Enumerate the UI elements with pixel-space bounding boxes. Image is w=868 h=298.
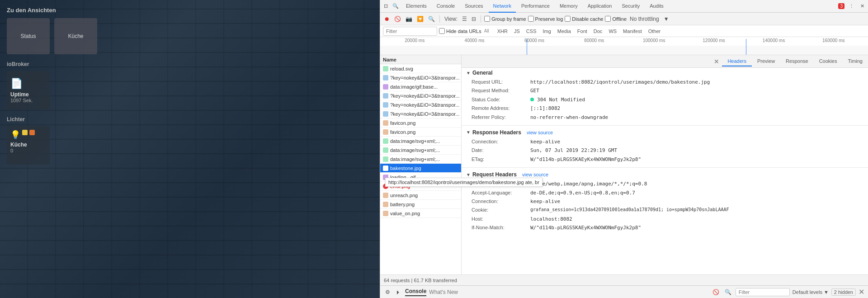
screenshot-button[interactable]: 📷 [404,15,414,23]
remote-address-value: [::1]:8082 [530,105,560,112]
console-filter-input[interactable] [736,288,790,296]
group-by-frame-checkbox[interactable] [484,16,490,22]
filter-js[interactable]: JS [511,28,523,34]
ni-icon-svg2 [383,147,388,153]
offline-checkbox[interactable] [605,16,611,22]
tab-performance[interactable]: Performance [517,0,554,13]
h-tab-headers[interactable]: Headers [722,57,752,66]
record-button[interactable]: ⏺ [383,15,391,23]
tab-network[interactable]: Network [489,0,516,13]
network-item-name-4: ?key=nokey&EiO=3&transpor... [390,102,459,108]
network-item-name-battery: battery.png [390,202,415,207]
filter-manifest[interactable]: Manifest [620,28,645,34]
dock-icon[interactable]: ⊡ [382,2,390,10]
network-item-reload-svg[interactable]: reload.svg [380,64,461,73]
network-item-favicon2[interactable]: favicon.png [380,128,461,137]
offline-label[interactable]: Offline [605,16,627,22]
search-button[interactable]: 🔍 [427,15,436,23]
general-section-title[interactable]: ▼ General [466,70,863,76]
group-by-frame-label[interactable]: Group by frame [484,16,526,22]
clear-button[interactable]: 🚫 [393,15,402,23]
no-throttling-btn[interactable]: No throttling [628,15,660,23]
filter-toggle-button[interactable]: 🔽 [415,15,425,23]
requests-count: 64 requests [384,278,410,283]
request-method-row: Request Method: GET [466,86,863,95]
filter-xhr[interactable]: XHR [495,28,510,34]
console-settings-icon[interactable]: ⚙ [384,288,392,296]
widget-uptime[interactable]: 📄 Uptime 1097 Sek. [7,71,50,109]
network-item-svg1[interactable]: data:image/svg+xml;... [380,137,461,146]
console-whats-new-tab[interactable]: What's New [429,289,458,295]
widget-kuche1[interactable]: Küche [54,18,97,54]
close-console-btn[interactable]: ✕ [859,288,864,296]
request-view-source-link[interactable]: view source [522,172,548,177]
network-item-favicon1[interactable]: favicon.png [380,118,461,128]
disable-cache-label[interactable]: Disable cache [565,16,603,22]
filter-font[interactable]: Font [575,28,590,34]
preserve-log-text: Preserve log [535,16,563,22]
network-item-3[interactable]: ?key=nokey&EiO=3&transpor... [380,91,461,100]
ni-icon-value-on [383,211,388,216]
tl-label-0: 20000 ms [385,38,444,43]
view-list-icon[interactable]: ☰ [461,15,468,23]
tab-security[interactable]: Security [617,0,644,13]
tab-audits[interactable]: Audits [645,0,668,13]
view-large-icon[interactable]: ⊟ [470,15,477,23]
throttling-arrow[interactable]: ▼ [662,15,670,23]
console-filter-icon[interactable]: 🔍 [723,288,733,296]
response-headers-title[interactable]: ▼ Response Headers view source [466,129,863,136]
filter-other[interactable]: Other [646,28,664,34]
transferred-size: 61.7 KB transferred [414,278,457,283]
filter-ws[interactable]: WS [606,28,619,34]
disable-cache-checkbox[interactable] [565,16,571,22]
request-headers-title[interactable]: ▼ Request Headers view source [466,171,863,178]
tab-elements[interactable]: Elements [401,0,431,13]
filter-img[interactable]: Img [540,28,553,34]
section-iobroker: ioBroker 📄 Uptime 1097 Sek. [7,61,373,109]
section-zu-den-ansichten: Zu den Ansichten Status Küche [7,7,373,54]
console-tab-active[interactable]: Console [405,288,426,296]
date-row: Date: Sun, 07 Jul 2019 22:29:19 GMT [466,146,863,155]
filter-input[interactable] [383,27,437,36]
filter-css[interactable]: CSS [524,28,539,34]
close-devtools-icon[interactable]: ✕ [859,2,866,10]
network-item-value-on[interactable]: value_on.png [380,209,461,218]
preserve-log-label[interactable]: Preserve log [528,16,563,22]
inspect-icon[interactable]: 🔍 [391,2,401,10]
network-item-bakestone[interactable]: bakestone.jpg [380,164,461,173]
network-item-2[interactable]: ?key=nokey&EiO=3&transpor... [380,73,461,82]
network-item-4[interactable]: ?key=nokey&EiO=3&transpor... [380,100,461,109]
console-ban-icon[interactable]: 🚫 [711,288,721,296]
network-item-5[interactable]: ?key=nokey&EiO=3&transpor... [380,109,461,118]
network-item-battery[interactable]: battery.png [380,200,461,209]
default-levels-btn[interactable]: Default levels ▼ [793,289,829,295]
network-item-gif[interactable]: data:image/gif;base... [380,82,461,91]
network-item-svg3[interactable]: data:image/svg+xml;... [380,155,461,164]
h-tab-response[interactable]: Response [780,57,814,66]
host-key: Host: [472,216,530,222]
h-tab-timing[interactable]: Timing [842,57,868,66]
hide-data-urls-label[interactable]: Hide data URLs [439,28,481,34]
hide-data-urls-checkbox[interactable] [439,28,445,34]
tab-application[interactable]: Application [583,0,617,13]
h-tab-preview[interactable]: Preview [752,57,780,66]
h-tab-cookies[interactable]: Cookies [814,57,843,66]
preserve-log-checkbox[interactable] [528,16,534,22]
widget-status[interactable]: Status [7,18,50,54]
more-options-icon[interactable]: ⋮ [847,2,856,10]
network-item-unreach[interactable]: unreach.png [380,191,461,200]
tab-console[interactable]: Console [432,0,459,13]
filter-doc[interactable]: Doc [591,28,605,34]
response-view-source-link[interactable]: view source [527,130,553,135]
tab-memory[interactable]: Memory [555,0,582,13]
widget-light-kuche[interactable]: 💡 Küche 0 [7,126,50,165]
tl-label-4: 100000 ms [624,38,684,43]
response-headers-title-text: Response Headers [472,129,521,136]
tab-sources[interactable]: Sources [460,0,487,13]
console-stream-icon[interactable]: ⏵ [394,288,402,296]
network-item-svg2[interactable]: data:image/svg+xml;... [380,146,461,155]
general-title-text: General [472,70,493,76]
filter-media[interactable]: Media [555,28,574,34]
timeline-marker-1 [527,39,527,55]
close-headers-icon[interactable]: ✕ [714,58,719,65]
